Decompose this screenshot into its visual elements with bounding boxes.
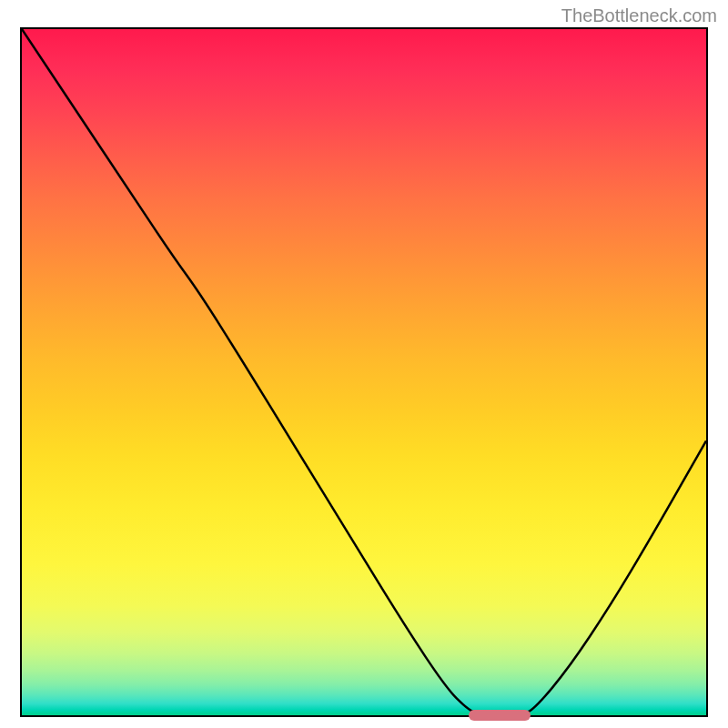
valley-marker [469, 710, 531, 721]
chart-frame [20, 27, 708, 717]
attribution-text: TheBottleneck.com [561, 5, 717, 26]
chart-curve [22, 29, 706, 715]
